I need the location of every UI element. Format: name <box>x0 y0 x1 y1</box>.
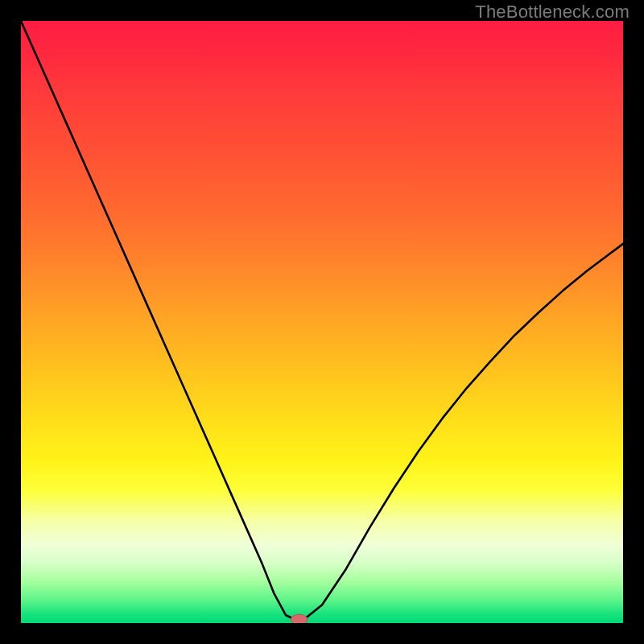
watermark-text: TheBottleneck.com <box>475 2 630 23</box>
curve-layer <box>21 21 623 623</box>
optimum-point-marker <box>291 614 308 623</box>
bottleneck-curve <box>21 21 623 620</box>
plot-area <box>21 21 623 623</box>
chart-frame: TheBottleneck.com <box>0 0 644 644</box>
